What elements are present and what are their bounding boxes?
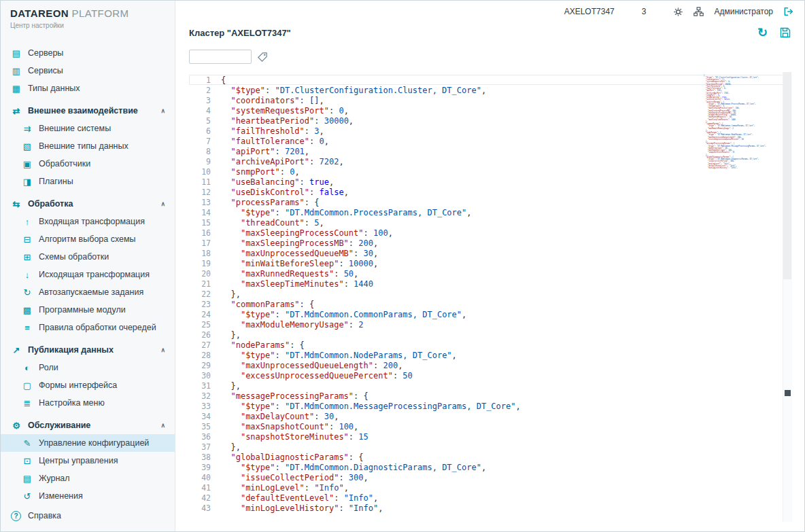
code-line[interactable]: 19 "minWaitBeforeSleep": 10000, (189, 258, 792, 268)
sidebar-item-incoming-transformation[interactable]: ↑Входящая трансформация (1, 213, 175, 230)
sidebar-item-changes[interactable]: ↺Изменения (1, 487, 175, 505)
code-line[interactable]: 16 "maxSleepingProcessCount": 100, (189, 228, 792, 238)
code-line[interactable]: 22 }, (189, 289, 792, 299)
code-line[interactable]: 38 "globalDiagnosticParams": { (189, 452, 792, 462)
sidebar-item-configuration-management[interactable]: ✎Управление конфигурацией (1, 434, 175, 452)
code-line[interactable]: 31 }, (189, 380, 792, 391)
code-line[interactable]: 41 "minLogLevel": "Info", (189, 482, 792, 493)
code-line[interactable]: 26 }, (189, 330, 792, 340)
code-line[interactable]: 13 "processParams": { (189, 197, 792, 207)
code-line[interactable]: 32 "messageProcessingParams": { (189, 391, 792, 401)
sidebar-item-schema-selection-algorithm[interactable]: ⊟Алгоритм выбора схемы (1, 230, 175, 248)
code-text: { (211, 75, 226, 85)
sidebar-item-handlers[interactable]: ▣Обработчики (1, 155, 175, 173)
settings-gear-icon[interactable] (673, 7, 683, 17)
code-text: }, (211, 289, 241, 299)
sidebar-item-processing-schemas[interactable]: ⊞Схемы обработки (1, 248, 175, 266)
code-line[interactable]: 24 "$type": "DT.MdmCommon.CommonParams, … (189, 309, 792, 319)
code-line[interactable]: 21 "maxSleepTimeMinutes": 1440 (189, 279, 792, 289)
sidebar-item-label: Справка (28, 511, 61, 520)
code-line[interactable]: 2 "$type": "DT.ClusterConfiguration.Clus… (189, 85, 792, 95)
sidebar-item-label: Изменения (39, 491, 83, 501)
sidebar-item-external-data-types[interactable]: ▧Внешние типы данных (1, 137, 175, 155)
code-line[interactable]: 25 "maxModuleMemoryUsage": 2 (189, 319, 792, 330)
code-line[interactable]: 33 "$type": "DT.MdmCommon.MessageProcess… (189, 401, 792, 411)
code-line[interactable]: 20 "maxRunnedRequests": 50, (189, 268, 792, 279)
code-text: "maxRunnedRequests": 50, (211, 269, 358, 279)
scrollbar-thumb[interactable] (783, 72, 791, 279)
line-number: 34 (189, 412, 211, 421)
configuration-management-icon: ✎ (21, 439, 33, 448)
code-line[interactable]: 36 "snapshotStoreMinutes": 15 (189, 431, 792, 442)
code-line[interactable]: 43 "minLogLevelHistory": "Info", (189, 503, 792, 513)
code-line[interactable]: 15 "threadCount": 5, (189, 217, 792, 228)
code-line[interactable]: 9 "archiveApiPort": 7202, (189, 156, 792, 166)
code-line[interactable]: 39 "$type": "DT.MdmCommon.DiagnosticPara… (189, 462, 792, 472)
filter-input[interactable] (189, 50, 252, 64)
code-line[interactable]: 17 "maxSleepingProcessMB": 200, (189, 238, 792, 248)
code-line[interactable]: 14 "$type": "DT.MdmCommon.ProcessParams,… (189, 207, 792, 217)
editor-minimap[interactable]: { "$type": "DT.ClusterConfiguration.Clus… (704, 74, 781, 482)
code-line[interactable]: 27 "nodeParams": { (189, 340, 792, 350)
code-line[interactable]: 7 "faultTolerance": 0, (189, 136, 792, 146)
chevron-up-icon: ∧ (160, 422, 165, 429)
sidebar-item-menu-settings[interactable]: ≣Настройка меню (1, 394, 175, 412)
sidebar-item-maintenance[interactable]: ⚙Обслуживание∧ (1, 416, 175, 434)
code-line[interactable]: 40 "issueCollectPeriod": 300, (189, 472, 792, 482)
code-line[interactable]: 37 }, (189, 442, 792, 452)
code-line[interactable]: 29 "maxUnprocessedQueueLength": 200, (189, 360, 792, 370)
json-editor[interactable]: 1{2 "$type": "DT.ClusterConfiguration.Cl… (189, 72, 792, 522)
editor-scrollbar[interactable] (783, 72, 792, 522)
page-title: Кластер "AXELOT7347" (189, 28, 291, 38)
code-line[interactable]: 8 "apiPort": 7201, (189, 146, 792, 156)
sidebar-item-journal[interactable]: ▤Журнал (1, 469, 175, 487)
code-line[interactable]: 42 "defaultEventLevel": "Info", (189, 493, 792, 503)
code-line[interactable]: 30 "excessUnprocessedQueuePercent": 50 (189, 370, 792, 380)
code-line[interactable]: 3 "coordinators": [], (189, 95, 792, 105)
logout-icon[interactable] (783, 6, 795, 17)
code-line[interactable]: 12 "useDiskControl": false, (189, 187, 792, 197)
sidebar-item-label: Обработчики (39, 159, 90, 169)
line-number: 43 (189, 503, 211, 513)
code-line[interactable]: 5 "heartbeatPeriod": 30000, (189, 116, 792, 126)
tag-icon[interactable] (257, 52, 268, 63)
sidebar-item-external-interaction[interactable]: ⇄Внешнее взаимодействие∧ (1, 102, 175, 120)
sidebar-item-label: Схемы обработки (39, 252, 109, 262)
sidebar-item-label: Алгоритм выбора схемы (39, 234, 136, 244)
save-icon[interactable] (780, 27, 791, 38)
code-line[interactable]: 34 "maxDelayCount": 30, (189, 411, 792, 421)
sidebar-item-services[interactable]: ▥Сервисы (1, 62, 175, 79)
code-line[interactable]: 35 "maxSnapshotCount": 100, (189, 421, 792, 431)
sidebar-item-roles[interactable]: ◐Роли (1, 359, 175, 376)
outgoing-transformation-icon: ↓ (21, 270, 33, 279)
sidebar-item-control-centers[interactable]: ⊡Центры управления (1, 452, 175, 469)
code-line[interactable]: 18 "maxUnprocessedQueueMB": 30, (189, 248, 792, 258)
sidebar-item-autostart-tasks[interactable]: ↻Автозапускаемые задания (1, 283, 175, 301)
code-text: "heartbeatPeriod": 30000, (211, 116, 354, 126)
line-number: 32 (189, 391, 211, 401)
sidebar-item-label: Сервисы (28, 66, 63, 75)
sitemap-icon[interactable] (693, 7, 704, 16)
sidebar-item-queue-processing-rules[interactable]: ≡Правила обработки очередей (1, 319, 175, 336)
line-number: 27 (189, 340, 211, 350)
code-line[interactable]: 6 "failThreshold": 3, (189, 126, 792, 136)
code-line[interactable]: 23 "commonParams": { (189, 299, 792, 309)
code-line[interactable]: 1{ (189, 75, 792, 85)
sidebar-item-program-modules[interactable]: ▩Программные модули (1, 301, 175, 319)
sidebar-item-processing[interactable]: ⇆Обработка∧ (1, 195, 175, 213)
sidebar-item-external-systems[interactable]: ⇉Внешние системы (1, 120, 175, 137)
code-line[interactable]: 11 "useBalancing": true, (189, 177, 792, 187)
code-line[interactable]: 10 "snmpPort": 0, (189, 166, 792, 177)
sidebar-item-data-publication[interactable]: ↗Публикация данных∧ (1, 341, 175, 359)
refresh-icon[interactable]: ↻ (757, 26, 768, 39)
sidebar-item-label: Автозапускаемые задания (39, 287, 143, 297)
sidebar-item-data-types[interactable]: ▦Типы данных (1, 79, 175, 97)
code-line[interactable]: 4 "systemRequestsPort": 0, (189, 105, 792, 116)
code-line[interactable]: 28 "$type": "DT.MdmCommon.NodeParams, DT… (189, 350, 792, 360)
sidebar-item-outgoing-transformation[interactable]: ↓Исходящая трансформация (1, 266, 175, 283)
sidebar-item-plugins[interactable]: ◨Плагины (1, 173, 175, 190)
sidebar-item-interface-forms[interactable]: ▢Формы интерфейса (1, 376, 175, 394)
sidebar-item-servers[interactable]: ▤Серверы (1, 44, 175, 62)
sidebar-item-help[interactable]: ? Справка (1, 507, 175, 525)
code-text: "maxDelayCount": 30, (211, 412, 339, 421)
